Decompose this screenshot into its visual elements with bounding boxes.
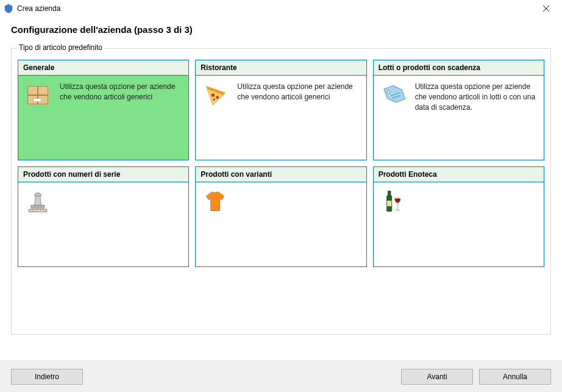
- card-body: [196, 182, 366, 266]
- app-icon: [4, 4, 13, 13]
- svg-rect-5: [34, 98, 41, 101]
- card-body: Utilizza questa opzione per aziende che …: [374, 76, 544, 160]
- card-body: [18, 182, 188, 266]
- svg-rect-24: [387, 201, 391, 206]
- card-desc: Utilizza questa opzione per aziende che …: [415, 82, 538, 112]
- card-generale[interactable]: Generale Utilizza questa opzione per azi…: [18, 60, 189, 160]
- wine-icon: [380, 188, 407, 215]
- svg-rect-13: [31, 205, 44, 208]
- svg-rect-14: [29, 210, 46, 212]
- card-title: Prodotti Enoteca: [374, 167, 544, 182]
- cancel-button[interactable]: Annulla: [479, 369, 551, 385]
- pizza-icon: [202, 82, 229, 109]
- next-button[interactable]: Avanti: [401, 369, 473, 385]
- svg-point-8: [213, 98, 216, 101]
- card-body: [374, 182, 544, 266]
- box-icon: [24, 82, 51, 109]
- card-ristorante[interactable]: Ristorante Utilizza questa opzione per a…: [195, 60, 366, 160]
- footer-right: Avanti Annulla: [401, 369, 551, 385]
- card-title: Generale: [18, 60, 188, 76]
- card-body: Utilizza questa opzione per aziende che …: [18, 76, 188, 160]
- card-title: Ristorante: [196, 60, 366, 76]
- footer-bar: Indietro Avanti Annulla: [0, 360, 562, 392]
- card-title: Prodotti con numeri di serie: [18, 167, 188, 182]
- card-varianti[interactable]: Prodotti con varianti: [195, 166, 366, 267]
- article-type-group: Tipo di articolo predefinito Generale Ut…: [11, 48, 551, 335]
- titlebar-left: Crea azienda: [4, 4, 60, 13]
- svg-point-7: [216, 96, 219, 99]
- stamp-icon: [24, 188, 51, 215]
- card-title: Lotti o prodotti con scadenza: [374, 60, 544, 76]
- card-lotti[interactable]: Lotti o prodotti con scadenza Utilizza q…: [373, 60, 544, 160]
- titlebar: Crea azienda: [0, 0, 562, 17]
- card-desc: Utilizza questa opzione per aziende che …: [237, 82, 360, 102]
- card-body: Utilizza questa opzione per aziende che …: [196, 76, 366, 160]
- close-button[interactable]: [535, 1, 557, 16]
- page-header: Configurazione dell'azienda (passo 3 di …: [0, 17, 562, 43]
- card-desc: Utilizza questa opzione per aziende che …: [60, 82, 182, 102]
- group-legend: Tipo di articolo predefinito: [16, 43, 105, 52]
- page-title: Configurazione dell'azienda (passo 3 di …: [11, 24, 551, 35]
- card-enoteca[interactable]: Prodotti Enoteca: [373, 166, 544, 267]
- card-grid: Generale Utilizza questa opzione per azi…: [18, 60, 544, 267]
- tshirt-icon: [202, 188, 229, 215]
- card-title: Prodotti con varianti: [196, 167, 366, 182]
- svg-point-6: [212, 93, 215, 96]
- back-button[interactable]: Indietro: [11, 369, 83, 385]
- card-seriali[interactable]: Prodotti con numeri di serie: [18, 166, 189, 267]
- window-title: Crea azienda: [17, 4, 60, 13]
- tag-icon: [380, 82, 407, 109]
